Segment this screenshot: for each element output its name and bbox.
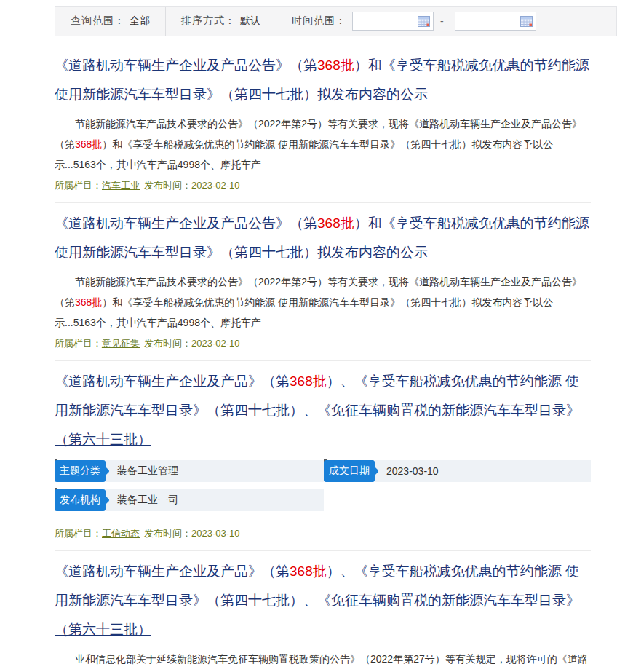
category-link[interactable]: 工信动态 — [102, 528, 140, 539]
snippet-highlight: 368批 — [75, 296, 102, 308]
date-to-input-wrap[interactable] — [455, 12, 536, 31]
result-title-link[interactable]: 《道路机动车辆生产企业及产品公告》（第368批）和《享受车船税减免优惠的节约能源… — [55, 209, 591, 267]
field-topic-category: 主题分类 装备工业管理 — [55, 460, 324, 482]
sort-value-dropdown[interactable]: 默认 — [240, 15, 260, 28]
search-results-page: 查询范围： 全部 排序方式： 默认 时间范围： — [0, 6, 617, 672]
snippet-text: 业和信息化部关于延续新能源汽车免征车辆购置税政策的公告》（2022年第27号）等… — [55, 653, 588, 672]
filter-time-range: 时间范围： - — [276, 7, 552, 36]
category-label: 所属栏目： — [55, 338, 102, 349]
field-value: 装备工业一司 — [106, 489, 324, 511]
category-label: 所属栏目： — [55, 528, 102, 539]
snippet-text: ）和《享受车船税减免优惠的节约能源 使用新能源汽车车型目录》（第四十七批）拟发布… — [55, 296, 553, 328]
date-from-input-wrap[interactable] — [352, 12, 434, 31]
results-list: 《道路机动车辆生产企业及产品公告》（第368批）和《享受车船税减免优惠的节约能源… — [55, 45, 591, 672]
publish-date: 2023-02-10 — [191, 338, 240, 349]
date-to-input[interactable] — [460, 14, 520, 28]
result-snippet: 节能新能源汽车产品技术要求的公告》（2022年第2号）等有关要求，现将《道路机动… — [55, 114, 591, 175]
publish-time-label: 发布时间： — [144, 338, 191, 349]
time-range-label: 时间范围： — [292, 15, 346, 28]
result-snippet: 业和信息化部关于延续新能源汽车免征车辆购置税政策的公告》（2022年第27号）等… — [55, 649, 591, 672]
field-label-badge: 主题分类 — [55, 460, 106, 482]
title-text: 《道路机动车辆生产企业及产品》（第 — [55, 373, 290, 389]
result-snippet: 节能新能源汽车产品技术要求的公告》（2022年第2号）等有关要求，现将《道路机动… — [55, 272, 591, 333]
field-issue-date: 成文日期 2023-03-10 — [324, 460, 591, 482]
scope-value-dropdown[interactable]: 全部 — [130, 15, 150, 28]
title-highlight: 368批 — [317, 216, 354, 231]
sort-label: 排序方式： — [181, 15, 236, 28]
title-text: 《道路机动车辆生产企业及产品公告》（第 — [55, 216, 317, 231]
search-result: 《道路机动车辆生产企业及产品》（第368批）、《享受车船税减免优惠的节约能源 使… — [55, 551, 591, 672]
publish-date: 2023-03-10 — [191, 528, 240, 539]
publish-time-label: 发布时间： — [144, 180, 191, 191]
search-result: 《道路机动车辆生产企业及产品公告》（第368批）和《享受车船税减免优惠的节约能源… — [55, 45, 591, 203]
filter-scope: 查询范围： 全部 — [55, 7, 165, 36]
field-issuing-agency: 发布机构 装备工业一司 — [55, 489, 324, 511]
result-meta: 所属栏目：意见征集发布时间：2023-02-10 — [55, 337, 591, 350]
field-value: 装备工业管理 — [106, 460, 324, 482]
category-link[interactable]: 汽车工业 — [102, 180, 140, 191]
field-label-badge: 发布机构 — [55, 489, 106, 511]
result-title-link[interactable]: 《道路机动车辆生产企业及产品》（第368批）、《享受车船税减免优惠的节约能源 使… — [55, 367, 591, 454]
title-text: 《道路机动车辆生产企业及产品》（第 — [55, 564, 290, 579]
title-highlight: 368批 — [317, 58, 354, 73]
filter-bar-spacer — [552, 7, 616, 36]
title-text: 《道路机动车辆生产企业及产品公告》（第 — [55, 58, 317, 73]
result-title-link[interactable]: 《道路机动车辆生产企业及产品》（第368批）、《享受车船税减免优惠的节约能源 使… — [55, 557, 591, 644]
category-link[interactable]: 意见征集 — [102, 338, 140, 349]
search-result: 《道路机动车辆生产企业及产品公告》（第368批）和《享受车船税减免优惠的节约能源… — [55, 203, 591, 361]
result-meta: 所属栏目：汽车工业发布时间：2023-02-10 — [55, 179, 591, 192]
title-highlight: 368批 — [290, 373, 327, 389]
snippet-highlight: 368批 — [75, 138, 102, 150]
publish-date: 2023-02-10 — [191, 180, 240, 191]
calendar-icon[interactable] — [520, 16, 533, 27]
filter-bar: 查询范围： 全部 排序方式： 默认 时间范围： — [55, 6, 617, 36]
calendar-icon[interactable] — [418, 16, 430, 27]
result-title-link[interactable]: 《道路机动车辆生产企业及产品公告》（第368批）和《享受车船税减免优惠的节约能源… — [55, 51, 591, 109]
date-from-input[interactable] — [357, 14, 418, 28]
publish-time-label: 发布时间： — [144, 528, 191, 539]
result-fields: 主题分类 装备工业管理 成文日期 2023-03-10 发布机构 装备工业一司 — [55, 460, 591, 518]
scope-label: 查询范围： — [71, 15, 125, 28]
search-result: 《道路机动车辆生产企业及产品》（第368批）、《享受车船税减免优惠的节约能源 使… — [55, 361, 591, 551]
result-meta: 所属栏目：工信动态发布时间：2023-03-10 — [55, 527, 591, 540]
snippet-text: ）和《享受车船税减免优惠的节约能源 使用新能源汽车车型目录》（第四十七批）拟发布… — [55, 138, 553, 170]
date-range-dash: - — [440, 15, 444, 27]
field-label-badge: 成文日期 — [324, 460, 375, 482]
category-label: 所属栏目： — [55, 180, 102, 191]
filter-sort: 排序方式： 默认 — [165, 7, 276, 36]
title-highlight: 368批 — [290, 564, 327, 579]
field-value: 2023-03-10 — [375, 460, 591, 482]
